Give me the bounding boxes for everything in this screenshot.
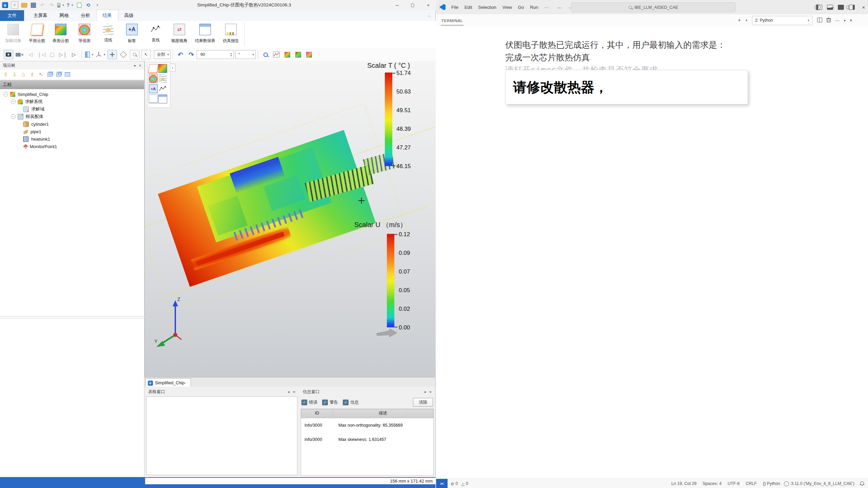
axis-orientation-icon[interactable]: ▾ xyxy=(96,50,105,59)
ribbon-line-button[interactable]: 直线 xyxy=(144,22,167,47)
new-file-icon[interactable]: + xyxy=(11,1,18,9)
rotate-right-icon[interactable]: ↷ xyxy=(187,50,196,59)
new-terminal-dropdown-icon[interactable]: ▾ xyxy=(746,19,747,22)
problems-indicator[interactable]: ⊘0 △0 xyxy=(451,481,468,486)
terminal-body[interactable]: 伏图电子散热已完成运行，其中，用户最初输入的需求是： 完成一次芯片散热仿真 请打… xyxy=(436,26,868,479)
fit-view-icon[interactable] xyxy=(119,50,128,59)
move-up-icon[interactable]: ⇧ xyxy=(2,71,10,78)
ribbon-view-angle-button[interactable]: ⇄ 视图视角 xyxy=(167,22,191,47)
record-video-icon[interactable]: ✕ xyxy=(15,50,24,59)
export-contour-icon[interactable] xyxy=(283,50,292,59)
kill-terminal-icon[interactable] xyxy=(826,17,831,23)
filter-warnings-checkbox[interactable]: ✓警告 xyxy=(322,400,338,405)
panel-chevron-icon[interactable]: ▾ xyxy=(844,19,846,22)
info-row[interactable]: Info/3000 Max non-orthogonality: 65.3556… xyxy=(301,418,433,432)
remote-indicator[interactable]: >< xyxy=(436,479,448,488)
spinner-up-icon[interactable]: ▲ xyxy=(230,52,232,55)
panel-pin-icon[interactable]: ▸▸ xyxy=(288,390,289,393)
slice-tool-icon[interactable] xyxy=(148,64,159,73)
panel-close-icon[interactable]: × xyxy=(139,63,141,68)
terminal-more-actions-icon[interactable]: ⋯ xyxy=(835,18,840,23)
tree-select-icon[interactable]: ↖ xyxy=(37,71,45,78)
tab-mesh[interactable]: 网格 xyxy=(54,10,75,21)
close-panel-icon[interactable]: × xyxy=(850,18,852,23)
tree-item-cylinder1[interactable]: cylinder1 xyxy=(0,120,144,128)
menu-file[interactable]: File xyxy=(448,5,461,10)
vscode-maximize-button[interactable]: ▢ xyxy=(840,0,856,14)
tree-item-pipe1[interactable]: pipe1 xyxy=(0,128,144,135)
document-tab[interactable]: e Simplified_Chip- xyxy=(145,378,191,387)
filter-errors-checkbox[interactable]: ✓错误 xyxy=(301,400,317,405)
tree-item-solver-system[interactable]: − 求解系统 xyxy=(0,98,144,105)
menu-view[interactable]: View xyxy=(499,5,515,10)
quickbar-customize-icon[interactable]: ▾ xyxy=(94,2,101,8)
streamline-tool-icon[interactable] xyxy=(159,75,167,83)
ribbon-report-button[interactable]: 仿真报告 xyxy=(219,22,243,47)
command-search-box[interactable]: IBE_LLM_AIDED_CAE xyxy=(571,2,736,12)
eol-sequence[interactable]: CRLF xyxy=(746,481,757,486)
menu-run[interactable]: Run xyxy=(527,5,541,10)
section-plane-icon[interactable]: ▾ xyxy=(85,50,94,59)
viewport-3d[interactable]: +A ‹ Scalar T ( °C ) 51.74 50.63 49.51 4… xyxy=(144,61,436,377)
rotate-left-icon[interactable]: ↶ xyxy=(176,50,185,59)
panel-close-icon[interactable]: × xyxy=(293,389,295,394)
angle-unit-dropdown[interactable]: °▾ xyxy=(235,50,256,59)
rotate-angle-spinner[interactable]: ▲▼ xyxy=(197,50,234,59)
cursor-position[interactable]: Ln 19, Col 29 xyxy=(671,481,696,486)
ribbon-label-button[interactable]: +A 标签 xyxy=(120,22,144,47)
expander-icon[interactable]: − xyxy=(11,99,16,104)
surface-contour-tool-icon[interactable] xyxy=(158,64,167,73)
menu-go[interactable]: Go xyxy=(515,5,527,10)
save-icon[interactable] xyxy=(30,2,37,8)
cae-close-button[interactable]: × xyxy=(420,0,436,10)
toolbar-collapse-icon[interactable]: ‹ xyxy=(170,64,175,72)
tree-root-header[interactable]: 工程 xyxy=(0,80,144,89)
panel-pin-icon[interactable]: ▸▸ xyxy=(424,390,426,393)
save-contour-icon[interactable] xyxy=(304,50,313,59)
undo-icon[interactable]: ↶ xyxy=(39,2,46,8)
collapse-all-icon[interactable]: − xyxy=(46,71,54,78)
import-contour-icon[interactable] xyxy=(294,50,302,59)
tab-file[interactable]: 文件 xyxy=(0,10,24,21)
anim-prev-frame-icon[interactable]: ◁ xyxy=(26,50,35,59)
tree-item-solver-domain[interactable]: ✓ 求解域 xyxy=(0,105,144,113)
tab-home[interactable]: 主屏幕 xyxy=(27,10,54,21)
selection-scope-dropdown[interactable]: 全部▾ xyxy=(154,50,171,59)
clear-button[interactable]: 清除 xyxy=(413,398,433,407)
ribbon-load-results-button[interactable]: 加载结果 xyxy=(1,22,25,47)
terminal-shell-dropdown[interactable]: 2: Python ▾ xyxy=(752,16,812,25)
info-row[interactable]: Info/3000 Max skewness: 1.631457 xyxy=(301,432,433,447)
expander-icon[interactable]: − xyxy=(3,92,8,97)
python-interpreter[interactable]: 3.11.0 ('My_Env_4_8_LLM_CAE') xyxy=(791,481,854,486)
zoom-box-icon[interactable] xyxy=(130,50,139,59)
menu-more[interactable]: ··· xyxy=(541,5,552,10)
ribbon-streamline-button[interactable]: 流线 xyxy=(96,22,120,47)
anim-stop-icon[interactable]: ▢ xyxy=(48,50,57,59)
screenshot-icon[interactable]: ▾ xyxy=(57,2,64,8)
ribbon-isosurface-button[interactable]: 等值面 xyxy=(73,22,96,47)
tree-locate-icon[interactable]: ⇪ xyxy=(28,71,36,78)
panel-close-icon[interactable]: × xyxy=(429,389,432,394)
ribbon-collapse-icon[interactable]: ︿ xyxy=(428,14,431,18)
label-tool-icon[interactable]: +A xyxy=(149,84,158,93)
indentation[interactable]: Spaces: 4 xyxy=(703,481,722,486)
expander-icon[interactable]: − xyxy=(11,114,16,119)
open-folder-icon[interactable] xyxy=(21,2,27,8)
cae-minimize-button[interactable]: ─ xyxy=(389,0,405,10)
vscode-close-button[interactable]: × xyxy=(856,0,868,14)
anim-last-frame-icon[interactable]: ▷❘ xyxy=(59,50,67,59)
new-terminal-icon[interactable]: ＋ xyxy=(737,17,742,23)
split-terminal-icon[interactable] xyxy=(817,18,822,23)
xy-plot-icon[interactable] xyxy=(272,50,281,59)
filter-info-checkbox[interactable]: ✓信息 xyxy=(343,400,359,405)
search-model-icon[interactable] xyxy=(261,50,270,59)
tree-item-root-assembly[interactable]: − ✓ 根装配体 xyxy=(0,113,144,120)
tab-advanced[interactable]: 高级 xyxy=(118,10,140,21)
spinner-down-icon[interactable]: ▼ xyxy=(230,55,232,57)
ribbon-surface-contour-button[interactable]: 表面云图 xyxy=(49,22,73,47)
anim-play-icon[interactable]: ▷ xyxy=(70,50,78,59)
snapshot-camera-icon[interactable] xyxy=(4,50,13,59)
vscode-minimize-button[interactable]: ─ xyxy=(825,0,840,14)
toggle-sidebar-icon[interactable] xyxy=(816,5,822,10)
refresh-icon[interactable]: ⟲ xyxy=(85,2,92,8)
